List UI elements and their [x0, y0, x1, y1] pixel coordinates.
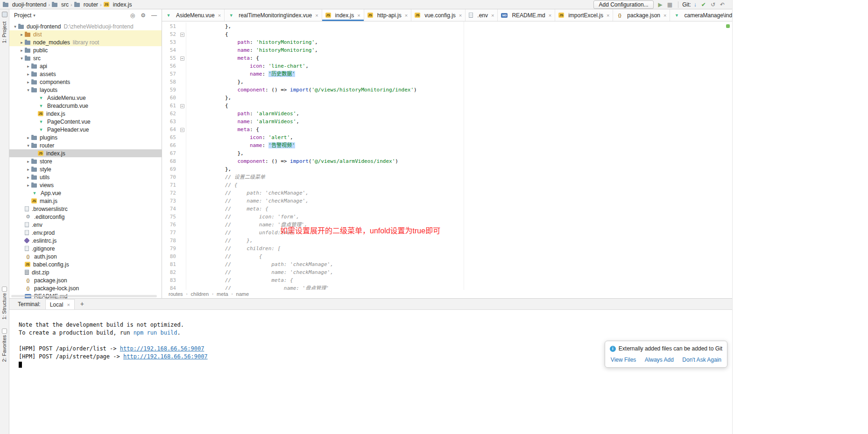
- chevron-right-icon[interactable]: ▸: [25, 183, 31, 188]
- project-tool-icon[interactable]: [2, 12, 7, 17]
- tree-item-main.js[interactable]: JSmain.js: [9, 197, 162, 205]
- hide-icon[interactable]: —: [151, 12, 157, 19]
- fold-minus-icon[interactable]: −: [180, 128, 184, 132]
- terminal-body[interactable]: Note that the development build is not o…: [9, 310, 732, 434]
- breadcrumb-item-children[interactable]: children: [191, 291, 209, 297]
- close-icon[interactable]: ×: [218, 13, 221, 18]
- tab-asidemenu.vue[interactable]: ▼AsideMenu.vue×: [162, 9, 225, 21]
- chevron-right-icon[interactable]: ▸: [25, 175, 31, 180]
- close-icon[interactable]: ×: [491, 13, 494, 18]
- tool-button-favorites[interactable]: 2: Favorites: [1, 335, 7, 362]
- chevron-right-icon[interactable]: ▸: [25, 72, 31, 77]
- tree-item-app.vue[interactable]: ▼App.vue: [9, 189, 162, 197]
- tree-item-assets[interactable]: ▸assets: [9, 70, 162, 78]
- tree-item-index.js[interactable]: JSindex.js: [9, 149, 162, 157]
- tree-item-plugins[interactable]: ▸plugins: [9, 133, 162, 141]
- tree-item-.gitignore[interactable]: .gitignore: [9, 245, 162, 252]
- tree-item-package.json[interactable]: {}package.json: [9, 276, 162, 284]
- close-icon[interactable]: ×: [315, 13, 318, 18]
- tree-item-.browserslistrc[interactable]: .browserslistrc: [9, 205, 162, 213]
- tab-vue.config.js[interactable]: JSvue.config.js×: [411, 9, 466, 21]
- chevron-down-icon[interactable]: ▾: [25, 88, 31, 92]
- rollback-icon[interactable]: ↶: [720, 2, 725, 7]
- breadcrumb-item-meta[interactable]: meta: [217, 291, 228, 297]
- tab-http-api.js[interactable]: JShttp-api.js×: [364, 9, 411, 21]
- tree-item-components[interactable]: ▸components: [9, 78, 162, 86]
- editor-body[interactable]: 51 },52− {53 path: 'historyMonitoring',5…: [162, 21, 732, 290]
- tree-item-breadcrumb.vue[interactable]: ▼Breadcrumb.vue: [9, 102, 162, 110]
- tree-item-index.js[interactable]: JSindex.js: [9, 110, 162, 118]
- chevron-right-icon[interactable]: ▸: [25, 159, 31, 164]
- commit-icon[interactable]: ✔: [701, 2, 706, 7]
- tab-importexcel.js[interactable]: JSimportExcel.js×: [555, 9, 613, 21]
- tab-.env[interactable]: .env×: [466, 9, 498, 21]
- chevron-down-icon[interactable]: ▾: [12, 24, 18, 29]
- tool-button-structure[interactable]: 1: Structure: [1, 293, 7, 320]
- chevron-right-icon[interactable]: ▸: [19, 32, 25, 37]
- chevron-right-icon[interactable]: ▸: [25, 64, 31, 69]
- tree-item-.editorconfig[interactable]: ⚙.editorconfig: [9, 213, 162, 221]
- tree-item-pagecontent.vue[interactable]: ▼PageContent.vue: [9, 118, 162, 126]
- tree-item-.env.prod[interactable]: .env.prod: [9, 229, 162, 237]
- tree-item-public[interactable]: ▸public: [9, 46, 162, 54]
- inspections-status-icon[interactable]: [726, 24, 730, 28]
- project-panel-title[interactable]: Project: [14, 12, 31, 19]
- tree-item-node-modules[interactable]: ▸node_moduleslibrary root: [9, 38, 162, 46]
- tab-realtimemonitoring-index.vue[interactable]: ▼realTimeMonitoring\index.vue×: [225, 9, 322, 21]
- tab-index.js[interactable]: JSindex.js×: [322, 9, 364, 21]
- chevron-right-icon[interactable]: ▸: [25, 80, 31, 84]
- chevron-right-icon[interactable]: ▸: [25, 167, 31, 172]
- close-icon[interactable]: ×: [549, 13, 551, 18]
- chevron-down-icon[interactable]: ▾: [19, 56, 25, 61]
- notification-link-view-files[interactable]: View Files: [611, 356, 636, 364]
- notification-link-always-add[interactable]: Always Add: [645, 356, 674, 364]
- tree-item-asidemenu.vue[interactable]: ▼AsideMenu.vue: [9, 94, 162, 102]
- chevron-down-icon[interactable]: ▾: [25, 143, 31, 148]
- tree-item-src[interactable]: ▾src: [9, 54, 162, 62]
- terminal-link[interactable]: http://192.168.66.56:9007: [120, 345, 205, 352]
- new-terminal-button[interactable]: +: [80, 300, 84, 308]
- tree-item-.eslintrc.js[interactable]: .eslintrc.js: [9, 237, 162, 245]
- close-icon[interactable]: ×: [67, 302, 70, 308]
- tab-cameramanage-index.vue[interactable]: ▼cameraManage\index.vue×: [670, 9, 732, 21]
- tree-item-api[interactable]: ▸api: [9, 62, 162, 70]
- tree-item-.env[interactable]: .env: [9, 221, 162, 229]
- chevron-right-icon[interactable]: ▸: [19, 40, 25, 45]
- fold-minus-icon[interactable]: −: [180, 56, 184, 61]
- close-icon[interactable]: ×: [663, 13, 666, 18]
- tree-item-store[interactable]: ▸store: [9, 157, 162, 165]
- tool-button-project[interactable]: 1: Project: [1, 21, 7, 43]
- tree-item-utils[interactable]: ▸utils: [9, 173, 162, 181]
- close-icon[interactable]: ×: [405, 13, 408, 18]
- tab-package.json[interactable]: {}package.json×: [613, 9, 670, 21]
- tree-item-package-lock.json[interactable]: {}package-lock.json: [9, 284, 162, 292]
- coverage-grid-icon[interactable]: ▦: [667, 2, 672, 7]
- fold-minus-icon[interactable]: −: [180, 104, 184, 108]
- tree-item-dist.zip[interactable]: dist.zip: [9, 268, 162, 276]
- tree-item-dist[interactable]: ▸dist: [9, 30, 162, 38]
- tree-item-babel.config.js[interactable]: JSbabel.config.js: [9, 260, 162, 268]
- breadcrumb-item-routes[interactable]: routes: [169, 291, 183, 297]
- breadcrumb-item-router[interactable]: router: [74, 1, 98, 8]
- chevron-right-icon[interactable]: ▸: [19, 48, 25, 53]
- close-icon[interactable]: ×: [459, 13, 462, 18]
- terminal-link[interactable]: http://192.168.66.56:9007: [123, 353, 208, 360]
- horizontal-scrollbar[interactable]: [11, 295, 157, 297]
- close-icon[interactable]: ×: [607, 13, 609, 18]
- tree-item-duoji-frontend[interactable]: ▾duoji-frontendD:\zheheWeb\duoji-fronten…: [9, 22, 162, 30]
- close-icon[interactable]: ×: [357, 13, 360, 18]
- tree-item-style[interactable]: ▸style: [9, 165, 162, 173]
- favorites-tool-icon[interactable]: [2, 329, 7, 334]
- notification-link-don-t-ask-again[interactable]: Don't Ask Again: [682, 356, 721, 364]
- tree-item-layouts[interactable]: ▾layouts: [9, 86, 162, 94]
- breadcrumb-item-index.js[interactable]: JSindex.js: [104, 1, 132, 8]
- breadcrumb-item-duoji-frontend[interactable]: duoji-frontend: [3, 1, 46, 8]
- update-project-icon[interactable]: ↓: [694, 2, 697, 7]
- tree-item-views[interactable]: ▸views: [9, 181, 162, 189]
- chevron-right-icon[interactable]: ▸: [25, 135, 31, 140]
- tree-item-pageheader.vue[interactable]: ▼PageHeader.vue: [9, 126, 162, 133]
- history-icon[interactable]: ↺: [711, 2, 715, 7]
- add-configuration-button[interactable]: Add Configuration...: [593, 0, 653, 9]
- breadcrumb-item-name[interactable]: name: [236, 291, 249, 297]
- tree-item-router[interactable]: ▾router: [9, 141, 162, 149]
